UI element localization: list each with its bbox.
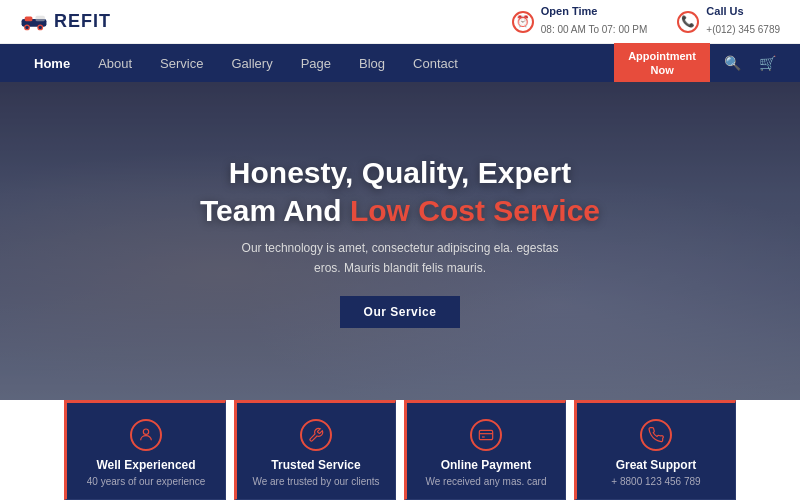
- svg-rect-6: [479, 430, 492, 439]
- hero-subtitle: Our technology is amet, consectetur adip…: [230, 239, 570, 277]
- appointment-line2: Now: [650, 64, 673, 76]
- wrench-icon: [308, 427, 324, 443]
- nav-service[interactable]: Service: [146, 44, 217, 82]
- svg-point-5: [143, 429, 148, 434]
- feature-title-1: Trusted Service: [271, 458, 360, 472]
- great-support-icon-wrap: [640, 419, 672, 451]
- cart-icon[interactable]: 🛒: [755, 55, 780, 71]
- clock-icon: ⏰: [512, 11, 534, 33]
- search-icon[interactable]: 🔍: [720, 55, 745, 71]
- nav-right: Appointment Now 🔍 🛒: [614, 43, 780, 84]
- hero-title-line1: Honesty, Quality, Expert: [229, 156, 571, 189]
- site-header: REFIT ⏰ Open Time 08: 00 AM To 07: 00 PM…: [0, 0, 800, 44]
- phone-icon: 📞: [677, 11, 699, 33]
- header-info: ⏰ Open Time 08: 00 AM To 07: 00 PM 📞 Cal…: [512, 4, 780, 39]
- nav-page[interactable]: Page: [287, 44, 345, 82]
- svg-rect-4: [36, 15, 45, 20]
- appointment-line1: Appointment: [628, 50, 696, 62]
- open-time-item: ⏰ Open Time 08: 00 AM To 07: 00 PM: [512, 4, 648, 39]
- nav-about[interactable]: About: [84, 44, 146, 82]
- our-service-button[interactable]: Our Service: [340, 296, 461, 328]
- hero-section: Honesty, Quality, Expert Team And Low Co…: [0, 82, 800, 400]
- hero-title: Honesty, Quality, Expert Team And Low Co…: [200, 154, 600, 229]
- payment-icon: [478, 427, 494, 443]
- support-icon: [648, 427, 664, 443]
- hero-title-line2: Team And: [200, 194, 350, 227]
- call-us-value: +(012) 345 6789: [706, 24, 780, 35]
- open-time-value: 08: 00 AM To 07: 00 PM: [541, 24, 648, 35]
- feature-desc-3: + 8800 123 456 789: [611, 476, 700, 487]
- feature-title-3: Great Support: [616, 458, 697, 472]
- nav-links: Home About Service Gallery Page Blog Con…: [20, 44, 614, 82]
- trusted-service-icon-wrap: [300, 419, 332, 451]
- feature-title-0: Well Experienced: [96, 458, 195, 472]
- feature-desc-2: We received any mas. card: [426, 476, 547, 487]
- appointment-button[interactable]: Appointment Now: [614, 43, 710, 84]
- features-section: Well Experienced 40 years of our experie…: [0, 400, 800, 500]
- navbar: Home About Service Gallery Page Blog Con…: [0, 44, 800, 82]
- logo[interactable]: REFIT: [20, 11, 111, 32]
- nav-gallery[interactable]: Gallery: [217, 44, 286, 82]
- feature-desc-1: We are trusted by our clients: [252, 476, 379, 487]
- feature-title-2: Online Payment: [441, 458, 532, 472]
- feature-well-experienced: Well Experienced 40 years of our experie…: [64, 400, 226, 500]
- person-icon: [138, 427, 154, 443]
- online-payment-icon-wrap: [470, 419, 502, 451]
- hero-content: Honesty, Quality, Expert Team And Low Co…: [0, 82, 800, 400]
- feature-online-payment: Online Payment We received any mas. card: [404, 400, 566, 500]
- feature-great-support: Great Support + 8800 123 456 789: [574, 400, 736, 500]
- svg-point-3: [38, 25, 43, 30]
- logo-icon: [20, 12, 48, 32]
- logo-text: REFIT: [54, 11, 111, 32]
- feature-desc-0: 40 years of our experience: [87, 476, 205, 487]
- call-us-item: 📞 Call Us +(012) 345 6789: [677, 4, 780, 39]
- feature-trusted-service: Trusted Service We are trusted by our cl…: [234, 400, 396, 500]
- call-us-text: Call Us +(012) 345 6789: [706, 4, 780, 39]
- open-time-label: Open Time: [541, 4, 648, 18]
- svg-point-2: [25, 25, 30, 30]
- nav-home[interactable]: Home: [20, 44, 84, 82]
- open-time-text: Open Time 08: 00 AM To 07: 00 PM: [541, 4, 648, 39]
- nav-contact[interactable]: Contact: [399, 44, 472, 82]
- well-experienced-icon-wrap: [130, 419, 162, 451]
- nav-blog[interactable]: Blog: [345, 44, 399, 82]
- hero-title-highlight: Low Cost Service: [350, 194, 600, 227]
- call-us-label: Call Us: [706, 4, 780, 18]
- svg-rect-1: [25, 16, 33, 21]
